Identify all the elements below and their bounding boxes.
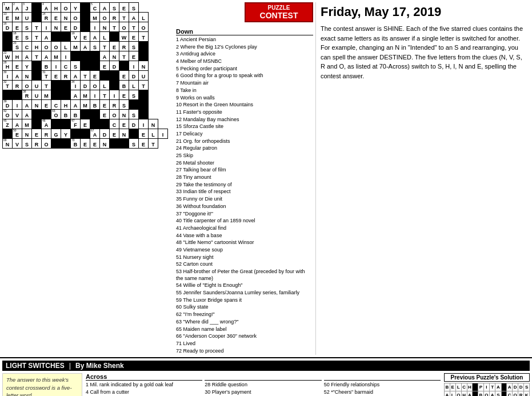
cell-2-12: O bbox=[119, 22, 129, 32]
contest-intro: The answer to this week's contest crossw… bbox=[6, 376, 78, 396]
cell-4-5: O bbox=[51, 42, 61, 51]
cell-11-10: E bbox=[100, 110, 110, 119]
cell-9-9: I bbox=[90, 90, 100, 100]
cell-6-1: E bbox=[13, 61, 22, 71]
cell-13-9: 67A bbox=[90, 129, 100, 139]
cell-9-0 bbox=[3, 90, 13, 100]
cell-11-0: 42O bbox=[3, 110, 13, 119]
top-clues-columns: Down 1 Ancient Persian2 Where the Big 12… bbox=[176, 28, 313, 355]
prev-cell-1-5 bbox=[473, 391, 478, 396]
prev-cell-0-5 bbox=[473, 383, 478, 391]
cell-13-16: I bbox=[158, 129, 168, 139]
cell-5-13: E bbox=[129, 51, 139, 61]
down-clue-item: 26 Metal shooter bbox=[176, 160, 313, 167]
cell-2-8 bbox=[81, 22, 90, 32]
prev-cell-0-6: P bbox=[478, 383, 484, 391]
cell-9-13: S bbox=[129, 90, 139, 100]
cell-12-8: E bbox=[81, 119, 90, 129]
cell-14-9: E bbox=[90, 139, 100, 149]
cell-2-10: N bbox=[100, 22, 110, 32]
cell-12-5 bbox=[51, 119, 61, 129]
down-clue-item: 49 Vietnamese soup bbox=[176, 247, 313, 254]
cell-13-5: G bbox=[51, 129, 61, 139]
down-clue-item: 55 Jennifer Saunders/Joanna Lumley serie… bbox=[176, 290, 313, 297]
cell-13-0 bbox=[3, 129, 13, 139]
prev-cell-0-8: T bbox=[490, 383, 495, 391]
cell-11-6: B bbox=[61, 110, 71, 119]
cell-3-4: A bbox=[42, 32, 51, 42]
cell-9-12: E bbox=[119, 90, 129, 100]
down-clue-item: 11 Faster's opposite bbox=[176, 109, 313, 116]
cell-2-4: I bbox=[42, 22, 51, 32]
cell-7-12: E bbox=[119, 71, 129, 81]
cell-3-9: A bbox=[90, 32, 100, 42]
prev-cell-1-11: C bbox=[507, 391, 513, 396]
cell-1-2: U bbox=[22, 13, 32, 22]
cell-4-2: C bbox=[22, 42, 32, 51]
cell-9-2: 38R bbox=[22, 90, 32, 100]
cell-13-10: D bbox=[100, 129, 110, 139]
cell-1-14: L bbox=[139, 13, 149, 22]
cell-6-7: S bbox=[71, 61, 81, 71]
cell-12-3 bbox=[32, 119, 42, 129]
down-clues-top: Down 1 Ancient Persian2 Where the Big 12… bbox=[176, 28, 313, 355]
cell-6-3 bbox=[32, 61, 42, 71]
cell-9-6 bbox=[61, 90, 71, 100]
cell-0-2: 3J bbox=[22, 3, 32, 13]
bottom-clues: Across 1 Mil. rank indicated by a gold o… bbox=[86, 373, 441, 396]
down-clue-item: 44 Vase with a base bbox=[176, 233, 313, 239]
cell-7-9: E bbox=[90, 71, 100, 81]
cell-5-5: M bbox=[51, 51, 61, 61]
across-header: Across bbox=[86, 373, 202, 381]
prev-cell-1-13: R bbox=[518, 391, 524, 396]
down-clue-item: 54 Willie of "Eight Is Enough" bbox=[176, 282, 313, 289]
cell-1-0: 13E bbox=[3, 13, 13, 22]
down-clue-item: 48 "Little Nemo" cartoonist Winsor bbox=[176, 239, 313, 246]
down-clue-item: 25 Skip bbox=[176, 153, 313, 159]
cell-1-12: T bbox=[119, 13, 129, 22]
prev-cell-1-3: H bbox=[461, 391, 467, 396]
prev-grid: BELCHPITAADDSALOHABOASCORKSLAINJUMPEDJOY… bbox=[444, 383, 530, 396]
cell-13-2: N bbox=[22, 129, 32, 139]
cell-7-8: T bbox=[81, 71, 90, 81]
cell-7-6: R bbox=[61, 71, 71, 81]
across-clue-item: 4 Call from a cutter bbox=[86, 389, 202, 396]
cell-4-7: M bbox=[71, 42, 81, 51]
down-clue-item: 71 Lived bbox=[176, 341, 313, 347]
cell-12-9 bbox=[90, 119, 100, 129]
cell-9-1 bbox=[13, 90, 22, 100]
cell-10-6: H bbox=[61, 100, 71, 110]
cell-11-8 bbox=[81, 110, 90, 119]
across-clue-item: 30 Player's payment bbox=[205, 389, 321, 396]
down-clue-item: 59 The Luxor Bridge spans it bbox=[176, 297, 313, 304]
cell-9-14 bbox=[139, 90, 149, 100]
across-clue-item: 1 Mil. rank indicated by a gold oak leaf bbox=[86, 382, 202, 389]
cell-2-1: E bbox=[13, 22, 22, 32]
cell-13-11: E bbox=[110, 129, 119, 139]
down-clue-item: 2 Where the Big 12's Cyclones play bbox=[176, 44, 313, 51]
cell-5-7 bbox=[71, 51, 81, 61]
cell-11-9 bbox=[90, 110, 100, 119]
cell-3-14: T bbox=[139, 32, 149, 42]
cell-11-12: N bbox=[119, 110, 129, 119]
cell-11-7: B bbox=[71, 110, 81, 119]
cell-12-1: A bbox=[13, 119, 22, 129]
crossword-area: 1M2A3J4AHOY5CASES13EMU14RENOMORTAL16DEST… bbox=[2, 2, 174, 355]
cell-8-11 bbox=[110, 81, 119, 90]
cell-11-13: S bbox=[129, 110, 139, 119]
down-clue-item: 41 Archaeological find bbox=[176, 225, 313, 232]
across-col-2: 28 Riddle question30 Player's payment31 … bbox=[205, 373, 321, 396]
cell-6-12 bbox=[119, 61, 129, 71]
cell-1-10: O bbox=[100, 13, 110, 22]
cell-13-14: E bbox=[139, 129, 149, 139]
prev-cell-1-14: K bbox=[524, 391, 530, 396]
cell-13-7 bbox=[71, 129, 81, 139]
down-header: Down bbox=[176, 28, 313, 35]
cell-7-0: 30I bbox=[3, 71, 13, 81]
prev-cell-1-12: O bbox=[513, 391, 518, 396]
cell-8-12: B bbox=[119, 81, 129, 90]
cell-14-1: V bbox=[13, 139, 22, 149]
down-clue-item: 40 Title carpenter of an 1859 novel bbox=[176, 218, 313, 225]
prev-cell-1-1: L bbox=[450, 391, 455, 396]
cell-8-10: L bbox=[100, 81, 110, 90]
